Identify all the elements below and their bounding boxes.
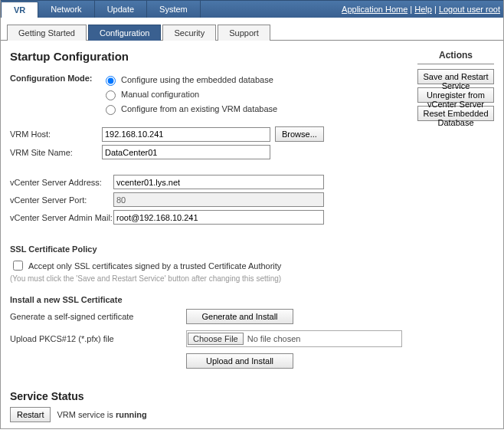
tab-vr[interactable]: VR [1, 2, 38, 18]
file-input[interactable]: Choose File No file chosen [186, 330, 402, 347]
primary-nav: VR Network Update System Application Hom… [1, 0, 503, 18]
subtab-configuration[interactable]: Configuration [88, 25, 161, 41]
ssl-install-title: Install a new SSL Certificate [10, 295, 402, 304]
upload-pfx-label: Upload PKCS#12 (*.pfx) file [10, 334, 186, 343]
vcenter-address-label: vCenter Server Address: [10, 178, 113, 187]
secondary-nav: Getting Started Configuration Security S… [1, 18, 503, 41]
restart-service-button[interactable]: Restart [10, 407, 51, 422]
vrm-site-label: VRM Site Name: [10, 148, 102, 157]
choose-file-button[interactable]: Choose File [188, 333, 244, 345]
upload-install-button[interactable]: Upload and Install [186, 353, 293, 369]
vcenter-mail-label: vCenter Server Admin Mail: [10, 213, 113, 222]
radio-embedded-label: Configure using the embedded database [121, 75, 273, 84]
generate-install-button[interactable]: Generate and Install [186, 309, 293, 324]
radio-existing-db[interactable] [106, 105, 116, 115]
vrm-site-input[interactable] [102, 145, 270, 159]
service-status-text: VRM service is running [57, 410, 146, 419]
vrm-host-input[interactable] [102, 127, 270, 142]
tab-update[interactable]: Update [95, 1, 147, 18]
vrm-host-label: VRM Host: [10, 130, 102, 139]
radio-existing-label: Configure from an existing VRM database [121, 104, 277, 113]
generate-cert-label: Generate a self-signed certificate [10, 312, 186, 321]
save-restart-button[interactable]: Save and Restart Service [417, 69, 494, 84]
top-links: Application Home | Help | Logout user ro… [342, 5, 500, 14]
config-mode-label: Configuration Mode: [10, 74, 94, 113]
ssl-accept-only-checkbox[interactable] [13, 261, 23, 271]
vcenter-port-input [113, 192, 324, 207]
radio-embedded-db[interactable] [106, 76, 116, 86]
ssl-accept-only-label: Accept only SSL certificates signed by a… [28, 261, 281, 271]
service-status-title: Service Status [10, 390, 402, 402]
file-chosen-text: No file chosen [244, 334, 301, 343]
radio-manual[interactable] [106, 90, 116, 100]
ssl-policy-note: (You must click the 'Save and Restart Se… [10, 274, 402, 283]
vcenter-address-input[interactable] [113, 175, 324, 189]
tab-system[interactable]: System [147, 1, 201, 18]
subtab-security[interactable]: Security [162, 25, 216, 41]
subtab-support[interactable]: Support [218, 25, 270, 41]
ssl-policy-title: SSL Certificate Policy [10, 244, 402, 254]
page-title: Startup Configuration [10, 50, 402, 63]
radio-manual-label: Manual configuration [121, 90, 199, 99]
browse-button[interactable]: Browse... [275, 126, 324, 142]
tab-network[interactable]: Network [38, 1, 94, 18]
subtab-getting-started[interactable]: Getting Started [7, 25, 87, 41]
vcenter-port-label: vCenter Server Port: [10, 195, 113, 205]
actions-title: Actions [417, 50, 494, 64]
link-help[interactable]: Help [414, 5, 432, 14]
link-logout[interactable]: Logout user root [439, 5, 500, 14]
vcenter-mail-input[interactable] [113, 210, 324, 225]
link-application-home[interactable]: Application Home [342, 5, 407, 14]
